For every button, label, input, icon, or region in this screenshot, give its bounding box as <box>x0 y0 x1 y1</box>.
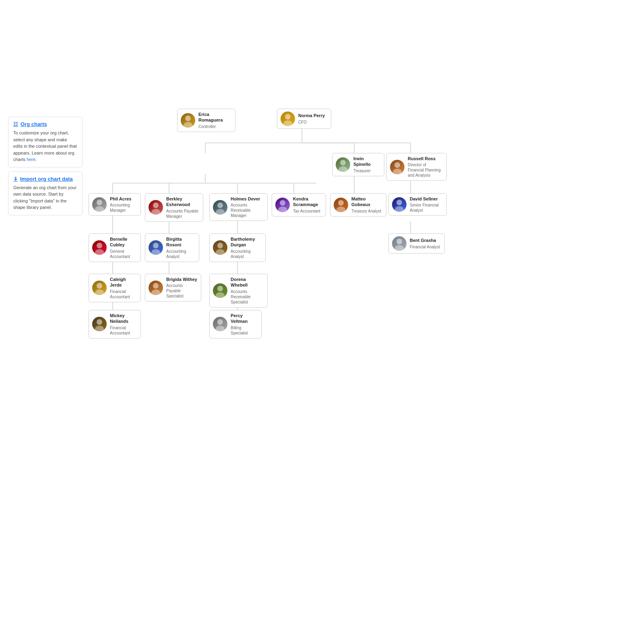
node-bernelle[interactable]: Bernelle Cubley General Accountant <box>89 233 141 262</box>
title-bent: Financial Analyst <box>410 244 441 250</box>
import-description: Generate an org chart from your own data… <box>13 184 77 211</box>
name-mickey: Mickey Neilands <box>110 313 137 324</box>
title-russell: Director of Financial Planning and Analy… <box>408 162 443 178</box>
avatar-percy <box>213 317 227 331</box>
node-percy[interactable]: Percy Veltman Billing Specialist <box>209 310 262 339</box>
node-birgitta[interactable]: Birgitta Rosoni Accounting Analyst <box>145 233 199 262</box>
avatar-bartholemy <box>213 240 227 255</box>
avatar-birgitta <box>149 240 163 255</box>
title-birgitta: Accounting Analyst <box>166 249 196 259</box>
avatar-caleigh <box>92 281 107 295</box>
node-bartholemy[interactable]: Bartholemy Durgan Accounting Analyst <box>209 233 266 262</box>
avatar-bent <box>392 236 407 251</box>
avatar-norma <box>281 111 295 126</box>
node-erica[interactable]: Erica Romaguera Controller <box>177 109 235 132</box>
avatar-brigida <box>149 281 163 295</box>
name-kendra: Kendra Scrammage <box>293 196 322 208</box>
name-norma: Norma Perry <box>298 113 328 118</box>
node-berkley[interactable]: Berkley Esherwood Accounts Payable Manag… <box>145 193 203 222</box>
title-berkley: Accounts Payable Manager <box>166 208 200 219</box>
name-erica: Erica Romaguera <box>198 111 232 123</box>
import-title[interactable]: ⇓ Import org chart data <box>13 176 77 182</box>
node-holmes[interactable]: Holmes Dever Accounts Receivable Manager <box>209 193 268 221</box>
title-erica: Controller <box>198 124 232 129</box>
name-phil: Phil Acres <box>110 196 137 202</box>
name-russell: Russell Ross <box>408 156 443 161</box>
name-percy: Percy Veltman <box>231 313 258 324</box>
sidebar-panel: ☷ Org charts To customize your org chart… <box>8 117 83 219</box>
node-bent[interactable]: Bent Grasha Financial Analyst <box>388 233 445 254</box>
title-caleigh: Financial Accountant <box>110 289 137 299</box>
name-irwin: Irwin Spinello <box>353 156 381 167</box>
import-card: ⇓ Import org chart data Generate an org … <box>8 171 83 215</box>
name-caleigh: Caleigh Jerde <box>110 277 137 288</box>
org-charts-icon: ☷ <box>13 121 18 127</box>
avatar-dorena <box>213 283 227 298</box>
name-david: David Sellner <box>410 196 443 202</box>
name-bartholemy: Bartholemy Durgan <box>231 236 262 248</box>
name-matteo: Matteo Gobeaux <box>351 196 383 208</box>
node-phil[interactable]: Phil Acres Accounting Manager <box>89 193 141 216</box>
node-dorena[interactable]: Dorena Whebell Accounts Receivable Speci… <box>209 274 268 308</box>
title-mickey: Financial Accountant <box>110 325 137 336</box>
org-charts-description: To customize your org chart, select any … <box>13 130 77 163</box>
node-irwin[interactable]: Irwin Spinello Treasurer <box>332 153 384 176</box>
avatar-kendra <box>275 198 290 212</box>
node-david[interactable]: David Sellner Senior Financial Analyst <box>388 193 447 216</box>
title-david: Senior Financial Analyst <box>410 202 443 213</box>
org-charts-link[interactable]: here <box>27 157 35 162</box>
avatar-irwin <box>336 157 350 172</box>
title-matteo: Treasury Analyst <box>351 208 383 214</box>
title-irwin: Treasurer <box>353 168 381 173</box>
title-percy: Billing Specialist <box>231 325 258 336</box>
org-charts-title[interactable]: ☷ Org charts <box>13 121 77 127</box>
org-chart: Norma Perry CFO Erica Romaguera Controll… <box>89 109 636 511</box>
title-kendra: Tax Accountant <box>293 208 322 214</box>
title-norma: CFO <box>298 120 328 125</box>
node-kendra[interactable]: Kendra Scrammage Tax Accountant <box>272 193 326 217</box>
avatar-bernelle <box>92 240 107 255</box>
avatar-david <box>392 197 407 212</box>
title-bartholemy: Accounting Analyst <box>231 249 262 259</box>
avatar-matteo <box>334 198 348 212</box>
name-bent: Bent Grasha <box>410 237 441 243</box>
title-phil: Accounting Manager <box>110 202 137 213</box>
avatar-holmes <box>213 200 227 215</box>
name-brigida: Brigida Withey <box>166 277 198 282</box>
node-matteo[interactable]: Matteo Gobeaux Treasury Analyst <box>330 193 386 217</box>
avatar-berkley <box>149 200 163 215</box>
title-brigida: Accounts Payable Specialist <box>166 283 198 299</box>
title-holmes: Accounts Receivable Manager <box>231 202 264 218</box>
name-dorena: Dorena Whebell <box>231 277 264 288</box>
node-brigida[interactable]: Brigida Withey Accounts Payable Speciali… <box>145 274 201 301</box>
node-russell[interactable]: Russell Ross Director of Financial Plann… <box>386 153 447 181</box>
import-icon: ⇓ <box>13 176 18 182</box>
avatar-erica <box>181 113 195 128</box>
node-caleigh[interactable]: Caleigh Jerde Financial Accountant <box>89 274 141 302</box>
node-norma[interactable]: Norma Perry CFO <box>277 109 331 129</box>
title-bernelle: General Accountant <box>110 249 137 259</box>
name-berkley: Berkley Esherwood <box>166 196 200 208</box>
org-charts-card: ☷ Org charts To customize your org chart… <box>8 117 83 167</box>
name-bernelle: Bernelle Cubley <box>110 236 137 248</box>
title-dorena: Accounts Receivable Specialist <box>231 289 264 305</box>
name-holmes: Holmes Dever <box>231 196 264 202</box>
avatar-phil <box>92 197 107 212</box>
avatar-russell <box>390 160 405 174</box>
node-mickey[interactable]: Mickey Neilands Financial Accountant <box>89 310 141 339</box>
avatar-mickey <box>92 317 107 331</box>
name-birgitta: Birgitta Rosoni <box>166 236 196 248</box>
